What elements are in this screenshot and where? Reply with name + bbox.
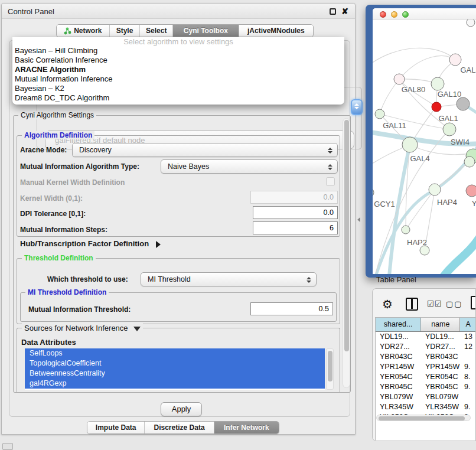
cell-6-0[interactable]: YBL079W bbox=[376, 392, 421, 402]
network-node-0[interactable] bbox=[394, 74, 405, 84]
close-traffic-light-icon[interactable] bbox=[380, 11, 386, 18]
network-node-11[interactable] bbox=[429, 184, 441, 195]
cell-4-2[interactable]: 8. bbox=[460, 372, 476, 382]
kernel-width-field[interactable]: 0.0 bbox=[250, 191, 338, 204]
attributes-scrollbar[interactable] bbox=[326, 348, 334, 390]
cell-7-1[interactable]: YLR345W bbox=[421, 402, 460, 412]
attribute-item-gal4rgexp[interactable]: gal4RGexp bbox=[25, 379, 325, 389]
cell-5-2[interactable]: 9. bbox=[460, 382, 476, 392]
mi-steps-field[interactable]: 6 bbox=[253, 221, 338, 234]
table-hscrollbar[interactable] bbox=[376, 415, 471, 421]
splitter-collapse-icon[interactable] bbox=[357, 217, 360, 222]
which-threshold-combo[interactable]: MI Threshold bbox=[141, 272, 317, 286]
table-row-3[interactable]: YPR145WYPR145W9. bbox=[376, 362, 476, 372]
algorithm-option-aracne-algorithm[interactable]: ARACNE Algorithm bbox=[12, 65, 344, 74]
network-node-9[interactable] bbox=[467, 19, 475, 27]
focused-combo-arrow-button[interactable] bbox=[351, 99, 363, 115]
edge-11[interactable] bbox=[435, 162, 470, 190]
close-icon[interactable]: ✘ bbox=[341, 6, 348, 16]
cell-6-1[interactable]: YBL079W bbox=[421, 392, 460, 402]
cell-0-1[interactable]: YDL19... bbox=[421, 332, 460, 342]
columns-icon[interactable] bbox=[406, 298, 418, 311]
cell-0-2[interactable]: 13 bbox=[460, 332, 476, 342]
data-attributes-list[interactable]: SelfLoopsTopologicalCoefficientBetweenne… bbox=[25, 348, 325, 390]
aracne-mode-combo[interactable]: Discovery bbox=[72, 143, 338, 157]
table-row-1[interactable]: YDR27...YDR27...12 bbox=[376, 342, 476, 352]
collapsed-arrow-icon[interactable] bbox=[156, 241, 161, 248]
unchecked-pair-icon[interactable]: ▢▢ bbox=[446, 299, 463, 308]
cell-4-1[interactable]: YER054C bbox=[421, 372, 460, 382]
bottom-tab-infer-network[interactable]: Infer Network bbox=[214, 422, 279, 433]
attributes-scrollbar-thumb[interactable] bbox=[328, 351, 332, 381]
network-node-6[interactable] bbox=[402, 137, 418, 152]
attribute-item-selfloops[interactable]: SelfLoops bbox=[25, 348, 325, 358]
tab-network[interactable]: Network bbox=[57, 25, 110, 37]
manual-kernel-checkbox[interactable] bbox=[326, 177, 335, 186]
cell-1-2[interactable]: 12 bbox=[460, 342, 476, 352]
network-node-2[interactable] bbox=[432, 102, 441, 112]
mi-type-combo[interactable]: Naive Bayes bbox=[161, 159, 338, 174]
minimize-traffic-light-icon[interactable] bbox=[391, 11, 397, 18]
algorithm-option-dream8-dc-tdc-algorithm[interactable]: Dream8 DC_TDC Algorithm bbox=[12, 93, 344, 103]
cell-0-0[interactable]: YDL19... bbox=[376, 332, 421, 342]
network-node-10[interactable] bbox=[373, 188, 374, 197]
cell-3-1[interactable]: YPR145W bbox=[421, 362, 460, 372]
algorithm-option-bayesian-hill-climbing[interactable]: Bayesian – Hill Climbing bbox=[12, 46, 344, 56]
mi-threshold-field[interactable]: 0.5 bbox=[250, 302, 333, 315]
hub-definition-toggle[interactable]: Hub/Transcription Factor Definition bbox=[20, 239, 161, 248]
cell-2-2[interactable] bbox=[460, 352, 476, 362]
network-graph[interactable]: GAL80GAL10GAL1GAL11SWI4GAL4GCY1HAP4YHAP2… bbox=[373, 19, 476, 274]
bottom-tab-discretize-data[interactable]: Discretize Data bbox=[145, 422, 214, 433]
tab-jactivemnodules[interactable]: jActiveMNodules bbox=[239, 25, 313, 37]
cell-3-0[interactable]: YPR145W bbox=[376, 362, 421, 372]
cell-3-2[interactable]: 9. bbox=[460, 362, 476, 372]
tab-style[interactable]: Style bbox=[110, 25, 141, 37]
settings-scrollbar[interactable] bbox=[343, 118, 350, 388]
network-node-1[interactable] bbox=[431, 77, 444, 90]
network-node-12[interactable] bbox=[466, 185, 476, 197]
cell-5-1[interactable]: YBR045C bbox=[421, 382, 460, 392]
dpi-tolerance-field[interactable]: 0.0 bbox=[253, 206, 338, 219]
tab-cyni-toolbox[interactable]: Cyni Toolbox bbox=[173, 25, 239, 37]
column-header-name[interactable]: name bbox=[421, 318, 460, 331]
table-row-0[interactable]: YDL19...YDL19...13 bbox=[376, 332, 476, 342]
tab-select[interactable]: Select bbox=[140, 25, 173, 37]
network-node-15[interactable] bbox=[420, 246, 429, 255]
table-row-5[interactable]: YBR045CYBR045C9. bbox=[376, 382, 476, 392]
network-node-8[interactable] bbox=[449, 54, 461, 66]
network-window-titlebar[interactable] bbox=[373, 8, 476, 19]
algorithm-option-mutual-information-inference[interactable]: Mutual Information Inference bbox=[12, 74, 344, 84]
zoom-traffic-light-icon[interactable] bbox=[402, 11, 409, 18]
bottom-tab-impute-data[interactable]: Impute Data bbox=[87, 422, 145, 433]
edge-bright-0[interactable] bbox=[442, 231, 476, 274]
cell-4-0[interactable]: YER054C bbox=[376, 372, 421, 382]
float-window-icon[interactable] bbox=[330, 8, 336, 15]
edge-12[interactable] bbox=[373, 48, 455, 67]
edge-2[interactable] bbox=[380, 79, 399, 114]
column-header-a[interactable]: A bbox=[460, 318, 476, 331]
cell-2-1[interactable]: YBR043C bbox=[421, 352, 460, 362]
gear-icon[interactable]: ⚙ bbox=[382, 297, 393, 311]
cell-5-0[interactable]: YBR045C bbox=[376, 382, 421, 392]
apply-button[interactable]: Apply bbox=[161, 402, 202, 416]
algorithm-option-basic-correlation-inference[interactable]: Basic Correlation Inference bbox=[12, 56, 344, 65]
network-node-3[interactable] bbox=[457, 97, 470, 110]
column-header-shared[interactable]: shared... bbox=[376, 318, 421, 331]
cell-1-1[interactable]: YDR27... bbox=[421, 342, 460, 352]
cell-7-2[interactable]: 9. bbox=[460, 402, 476, 412]
network-node-4[interactable] bbox=[375, 109, 384, 119]
expanded-arrow-icon[interactable] bbox=[133, 327, 141, 331]
checked-pair-icon[interactable]: ☑☑ bbox=[427, 299, 442, 308]
table-hscrollbar-thumb[interactable] bbox=[379, 416, 465, 420]
cell-1-0[interactable]: YDR27... bbox=[376, 342, 421, 352]
table-row-4[interactable]: YER054CYER054C8. bbox=[376, 372, 476, 382]
table-row-6[interactable]: YBL079WYBL079W bbox=[376, 392, 476, 402]
network-canvas[interactable]: GAL80GAL10GAL1GAL11SWI4GAL4GCY1HAP4YHAP2… bbox=[373, 19, 476, 274]
table-row-2[interactable]: YBR043CYBR043C bbox=[376, 352, 476, 362]
algorithm-option-bayesian-k2[interactable]: Bayesian – K2 bbox=[12, 84, 344, 93]
attribute-item-betweennesscentrality[interactable]: BetweennessCentrality bbox=[25, 369, 325, 379]
minimized-panel-icon[interactable] bbox=[2, 443, 13, 450]
cell-6-2[interactable] bbox=[460, 392, 476, 402]
edge-teal-3[interactable] bbox=[389, 145, 410, 274]
network-node-5[interactable] bbox=[443, 123, 456, 136]
